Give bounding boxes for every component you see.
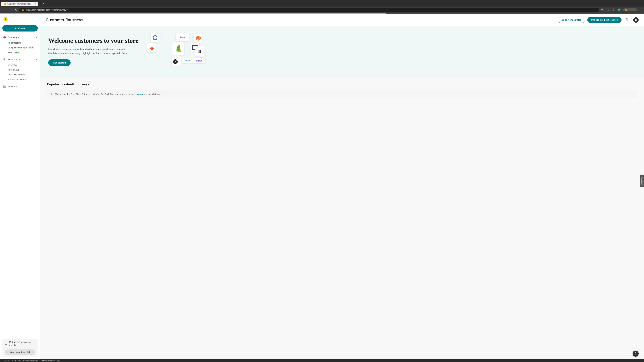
sidebar-item-prebuilt-journeys[interactable]: Pre-built journeys — [0, 72, 40, 77]
address-bar[interactable]: 🔒 — [19, 8, 599, 12]
popular-section: Popular pre-built journeys ✦ You are on … — [40, 77, 644, 104]
start-trial-button[interactable]: Start your free trial — [5, 350, 36, 355]
browser-toolbar: ← → ✕ 🔒 🔍 ☆ 👤 🧩 🕵 Incognito ⋮ — [0, 6, 644, 13]
new-tab-button[interactable]: + — [39, 1, 48, 6]
popular-section-title: Popular pre-built journeys — [47, 82, 637, 86]
hero-illustration: Woo — [146, 33, 202, 70]
transactional-email-label: Transactional email — [8, 78, 26, 81]
automations-label: Automations — [8, 58, 34, 61]
trial-days: 90 days left — [9, 341, 20, 344]
campaign-manager-label: Campaign Manager — [8, 46, 27, 49]
help-button[interactable]: ? — [632, 351, 639, 357]
free-plan-text: You are on the Free Plan. Enjoy a previe… — [55, 93, 161, 95]
choose-prebuilt-button[interactable]: Choose pre-built journey — [587, 17, 622, 23]
reload-button[interactable]: ✕ — [14, 7, 18, 12]
header-search-button[interactable]: 🔍 — [624, 17, 630, 22]
prebuilt-journeys-label: Pre-built journeys — [8, 73, 25, 76]
sidebar-item-automations[interactable]: ⚙ Automations ▲ — [0, 56, 40, 62]
lock-icon: 🔒 — [22, 9, 24, 11]
sidebar-item-transactional-email[interactable]: Transactional email — [0, 77, 40, 82]
svg-point-6 — [6, 18, 6, 19]
audience-icon: 👥 — [3, 85, 6, 88]
incognito-label: Incognito — [628, 9, 636, 11]
svg-point-5 — [5, 18, 6, 19]
sidebar-footer: ⏱ 90 days left to access a free trial. S… — [0, 337, 40, 359]
create-icon: ✏ — [14, 27, 17, 30]
audience-section: 👥 Audience — [0, 83, 40, 90]
automations-chevron-icon: ▲ — [36, 58, 38, 61]
profile-button[interactable]: 👤 — [611, 8, 616, 12]
star-icon: ✦ — [50, 92, 53, 96]
sidebar-item-all-campaigns[interactable]: All campaigns — [0, 40, 40, 45]
overview-label: Overview — [8, 64, 17, 66]
feedback-tab[interactable]: Feedback — [640, 175, 644, 187]
keap-logo — [147, 43, 156, 52]
campaigns-chevron-icon: ▲ — [36, 36, 38, 38]
campaigns-icon: 📣 — [3, 36, 6, 39]
menu-button[interactable]: ⋮ — [638, 8, 642, 12]
svg-point-4 — [4, 19, 7, 21]
browser-chrome: ✉ Customer Journeys | Mailchimp ✕ + ← → … — [0, 0, 644, 13]
get-started-button[interactable]: Get started — [48, 59, 70, 66]
upgrade-link[interactable]: upgrade — [136, 93, 145, 95]
bookmark-button[interactable]: ☆ — [606, 8, 610, 12]
create-label: Create — [18, 27, 26, 30]
status-url: https://us21.admin.mailchimp.com/custome… — [2, 360, 60, 362]
app-layout: ✏ Create 📣 Campaigns ▲ All campaigns Cam… — [0, 13, 644, 359]
extensions-button[interactable]: 🧩 — [617, 8, 622, 12]
header-actions: Build from scratch Choose pre-built jour… — [558, 17, 622, 23]
main-header: Customer Journeys Build from scratch Cho… — [40, 13, 644, 26]
browser-tabs: ✉ Customer Journeys | Mailchimp ✕ + — [0, 0, 644, 6]
svg-rect-8 — [178, 48, 179, 49]
active-tab[interactable]: ✉ Customer Journeys | Mailchimp ✕ — [1, 2, 38, 6]
hero-section: Welcome customers to your store Introduc… — [40, 26, 644, 77]
magento-logo — [194, 34, 202, 42]
all-journeys-label: All journeys — [8, 68, 19, 71]
all-campaigns-label: All campaigns — [8, 41, 21, 44]
search-toolbar-button[interactable]: 🔍 — [600, 8, 605, 12]
automations-icon: ⚙ — [3, 58, 6, 61]
sidebar-item-campaign-manager[interactable]: Campaign Manager New — [0, 45, 40, 50]
campaigns-label: Campaigns — [8, 36, 34, 38]
tab-close-icon[interactable]: ✕ — [34, 3, 36, 5]
campaign-manager-badge: New — [28, 46, 34, 49]
tab-title: Customer Journeys | Mailchimp — [8, 3, 33, 5]
page-title: Customer Journeys — [46, 17, 83, 22]
miva-logo: MIVA — [182, 58, 193, 63]
sms-label: SMS — [8, 51, 12, 54]
hero-title: Welcome customers to your store — [48, 37, 146, 44]
hero-description: Introduce customers to your brand with a… — [48, 47, 129, 55]
sidebar-item-all-journeys[interactable]: All journeys — [0, 67, 40, 72]
sidebar-item-audience[interactable]: 👥 Audience — [0, 83, 40, 89]
trial-notice: ⏱ 90 days left to access a free trial. S… — [2, 339, 38, 357]
trial-text: 90 days left to access a free trial. — [9, 341, 36, 347]
sidebar-item-overview[interactable]: Overview — [0, 62, 40, 67]
new-tab-icon[interactable]: + — [41, 2, 46, 5]
free-plan-message: You are on the Free Plan. Enjoy a previe… — [55, 93, 136, 95]
trial-header: ⏱ 90 days left to access a free trial. — [5, 341, 36, 347]
build-from-scratch-button[interactable]: Build from scratch — [558, 17, 585, 23]
campaigns-section: 📣 Campaigns ▲ All campaigns Campaign Man… — [0, 33, 40, 56]
main-content: Customer Journeys Build from scratch Cho… — [40, 13, 644, 359]
bigc-logo — [150, 33, 160, 42]
sidebar-scroll[interactable]: 📣 Campaigns ▲ All campaigns Campaign Man… — [0, 33, 40, 329]
forward-button[interactable]: → — [8, 8, 12, 12]
toolbar-right: 🔍 ☆ 👤 🧩 🕵 Incognito ⋮ — [600, 8, 642, 12]
user-avatar[interactable]: S — [633, 17, 639, 23]
bigcommerce-logo: 𝐁 — [195, 46, 204, 56]
sidebar-item-campaigns[interactable]: 📣 Campaigns ▲ — [0, 34, 40, 40]
hero-content: Welcome customers to your store Introduc… — [48, 37, 146, 66]
sidebar-item-sms[interactable]: SMS New — [0, 50, 40, 55]
scrollbar-thumb[interactable] — [39, 330, 40, 336]
create-button[interactable]: ✏ Create — [2, 25, 38, 31]
mailchimp-logo[interactable] — [3, 16, 9, 22]
url-input[interactable] — [26, 9, 597, 11]
incognito-icon: 🕵 — [625, 9, 627, 11]
free-plan-notice: ✦ You are on the Free Plan. Enjoy a prev… — [47, 90, 637, 98]
shopify-logo — [172, 42, 184, 55]
sidebar: ✏ Create 📣 Campaigns ▲ All campaigns Cam… — [0, 13, 40, 359]
tab-favicon: ✉ — [4, 3, 6, 5]
woocommerce-logo: Woo — [176, 33, 189, 41]
back-button[interactable]: ← — [2, 8, 6, 12]
automations-section: ⚙ Automations ▲ Overview All journeys Pr… — [0, 56, 40, 83]
